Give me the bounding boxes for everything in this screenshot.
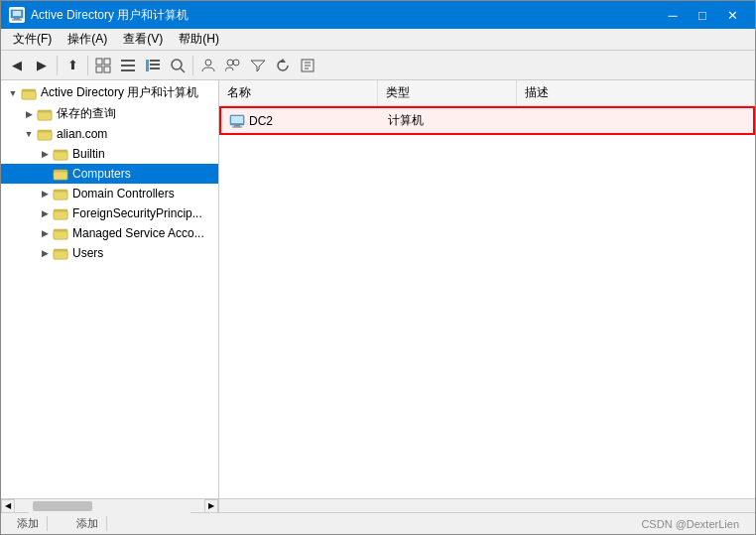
app-icon <box>9 7 25 23</box>
sidebar-item-builtin[interactable]: ▶ Builtin <box>1 144 218 164</box>
restore-button[interactable]: □ <box>688 5 717 25</box>
menu-action[interactable]: 操作(A) <box>60 29 115 50</box>
expander-foreign: ▶ <box>37 205 53 221</box>
svg-rect-30 <box>38 132 52 140</box>
expander-builtin: ▶ <box>37 146 53 162</box>
btn-refresh[interactable] <box>271 54 295 77</box>
status-bar: 添加 添加 CSDN @DexterLien <box>1 512 755 534</box>
expander-managed: ▶ <box>37 225 53 241</box>
window-title: Active Directory 用户和计算机 <box>31 7 189 24</box>
svg-point-17 <box>205 60 211 66</box>
svg-rect-13 <box>150 64 160 66</box>
btn-search[interactable] <box>166 54 189 77</box>
svg-point-15 <box>172 60 182 69</box>
content-pane: 名称 类型 描述 <box>219 80 755 498</box>
btn-forward[interactable]: ▶ <box>30 54 54 77</box>
svg-rect-45 <box>234 125 240 127</box>
users-icon <box>53 245 68 261</box>
toolbar: ◀ ▶ ⬆ <box>1 51 755 80</box>
svg-point-18 <box>227 60 233 66</box>
close-button[interactable]: ✕ <box>717 5 747 25</box>
main-window: Active Directory 用户和计算机 ─ □ ✕ 文件(F) 操作(A… <box>0 0 756 535</box>
btn-back[interactable]: ◀ <box>5 54 29 77</box>
sidebar-item-computers[interactable]: Computers <box>1 164 218 184</box>
svg-rect-42 <box>54 251 67 259</box>
svg-rect-6 <box>96 67 102 72</box>
builtin-icon <box>53 146 68 162</box>
sidebar-item-managed[interactable]: ▶ Managed Service Acco... <box>1 223 218 243</box>
svg-rect-44 <box>231 116 243 123</box>
btn-show-standard[interactable] <box>91 54 115 77</box>
sidebar-item-domain-controllers[interactable]: ▶ Domain Controllers <box>1 184 218 203</box>
svg-rect-1 <box>13 11 21 16</box>
window-controls: ─ □ ✕ <box>658 5 747 25</box>
sidebar-item-alian[interactable]: ▼ alian.com <box>1 124 218 144</box>
svg-rect-34 <box>54 172 67 180</box>
svg-point-19 <box>233 60 239 66</box>
scrollbar-thumb[interactable] <box>33 501 92 511</box>
sidebar-label-root: Active Directory 用户和计算机 <box>41 84 198 101</box>
title-bar: Active Directory 用户和计算机 ─ □ ✕ <box>1 1 755 29</box>
status-left: 添加 添加 <box>9 516 107 531</box>
saved-queries-icon <box>37 106 53 122</box>
svg-rect-9 <box>121 65 135 67</box>
btn-filter[interactable] <box>246 54 270 77</box>
alian-icon <box>37 126 53 142</box>
sidebar-item-foreign[interactable]: ▶ ForeignSecurityPrincip... <box>1 203 218 223</box>
svg-rect-8 <box>121 60 135 62</box>
svg-rect-7 <box>104 67 110 72</box>
btn-up[interactable]: ⬆ <box>61 54 84 77</box>
svg-rect-11 <box>146 60 149 71</box>
scroll-right-btn[interactable]: ▶ <box>204 499 218 513</box>
foreign-icon <box>53 205 68 221</box>
cell-type-dc2: 计算机 <box>380 110 519 131</box>
menu-file[interactable]: 文件(F) <box>5 29 60 50</box>
menu-view[interactable]: 查看(V) <box>115 29 171 50</box>
btn-list[interactable] <box>116 54 140 77</box>
status-item-1: 添加 <box>9 516 48 531</box>
domain-controllers-icon <box>53 186 68 201</box>
svg-rect-12 <box>150 60 160 62</box>
btn-export[interactable] <box>296 54 319 77</box>
content-scroll-area <box>219 499 755 512</box>
col-header-desc[interactable]: 描述 <box>517 80 755 105</box>
svg-rect-32 <box>54 152 67 160</box>
scroll-left-btn[interactable]: ◀ <box>1 499 15 513</box>
managed-icon <box>53 225 68 241</box>
col-header-type[interactable]: 类型 <box>378 80 517 105</box>
sep1 <box>57 56 58 75</box>
svg-rect-10 <box>121 69 135 71</box>
btn-details[interactable] <box>141 54 165 77</box>
table-row[interactable]: DC2 计算机 <box>219 106 755 135</box>
cell-desc-dc2 <box>519 119 753 123</box>
sidebar-label-foreign: ForeignSecurityPrincip... <box>72 206 202 220</box>
svg-rect-4 <box>96 59 102 65</box>
svg-rect-14 <box>150 67 160 69</box>
computer-row-icon <box>229 113 245 129</box>
btn-group[interactable] <box>221 54 245 77</box>
svg-rect-40 <box>54 231 67 239</box>
svg-rect-36 <box>54 192 67 200</box>
sidebar-item-root[interactable]: ▼ Active Directory 用户和计算机 <box>1 82 218 103</box>
expander-alian: ▼ <box>21 126 37 142</box>
svg-rect-38 <box>54 211 67 219</box>
sidebar-label-builtin: Builtin <box>72 147 105 161</box>
sidebar-item-saved-queries[interactable]: ▶ 保存的查询 <box>1 103 218 124</box>
computers-icon <box>53 166 68 182</box>
sidebar-item-users[interactable]: ▶ Users <box>1 243 218 263</box>
svg-rect-26 <box>22 91 36 99</box>
cell-name-dc2: DC2 <box>221 111 380 131</box>
menu-help[interactable]: 帮助(H) <box>171 29 227 50</box>
svg-rect-2 <box>14 18 20 20</box>
expander-dc: ▶ <box>37 186 53 201</box>
scrollbar-track <box>29 499 190 513</box>
column-headers: 名称 类型 描述 <box>219 80 755 106</box>
btn-user[interactable] <box>196 54 220 77</box>
sidebar-label-alian: alian.com <box>57 127 107 141</box>
menu-bar: 文件(F) 操作(A) 查看(V) 帮助(H) <box>1 29 755 51</box>
minimize-button[interactable]: ─ <box>658 5 688 25</box>
root-icon <box>21 85 37 101</box>
sidebar-label-managed: Managed Service Acco... <box>72 226 204 240</box>
watermark: CSDN @DexterLien <box>641 518 747 530</box>
col-header-name[interactable]: 名称 <box>219 80 378 105</box>
